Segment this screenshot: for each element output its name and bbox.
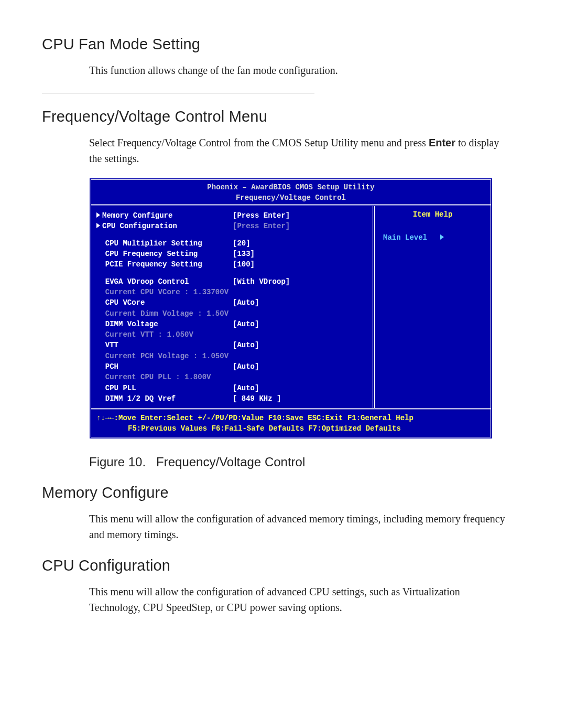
bios-screenshot: Phoenix – AwardBIOS CMOS Setup Utility F… bbox=[89, 178, 524, 439]
bios-row-value: [Press Enter] bbox=[233, 210, 367, 221]
bios-row-label: PCH bbox=[96, 361, 233, 372]
bios-row-label: DIMM 1/2 DQ Vref bbox=[96, 393, 233, 404]
bios-row-value bbox=[233, 287, 367, 297]
bios-row-label: Current CPU VCore : 1.33700V bbox=[96, 287, 233, 297]
triangle-icon bbox=[440, 234, 444, 240]
bios-row: CPU Frequency Setting[133] bbox=[96, 249, 367, 259]
bios-row-value: [Auto] bbox=[233, 361, 367, 372]
bios-row-value bbox=[233, 329, 367, 340]
figure-number: Figure 10. bbox=[89, 455, 146, 469]
figure-title: Frequency/Voltage Control bbox=[156, 455, 305, 469]
bios-row-label: CPU Frequency Setting bbox=[96, 249, 233, 259]
bios-spacer bbox=[96, 270, 367, 276]
bios-help-pane: Item Help Main Level bbox=[373, 206, 491, 408]
bios-row: VTT[Auto] bbox=[96, 340, 367, 350]
bios-row-label: PCIE Frequency Setting bbox=[96, 259, 233, 270]
heading-cpu-fan: CPU Fan Mode Setting bbox=[42, 36, 524, 53]
para-mem-conf: This menu will allow the configuration o… bbox=[89, 511, 508, 542]
bios-row: DIMM 1/2 DQ Vref[ 849 KHz ] bbox=[96, 393, 367, 404]
bios-row: DIMM Voltage[Auto] bbox=[96, 319, 367, 329]
bios-row-value: [ 849 KHz ] bbox=[233, 393, 367, 404]
bios-row: Memory Configure[Press Enter] bbox=[96, 210, 367, 221]
triangle-icon bbox=[96, 212, 100, 218]
bios-row-value bbox=[233, 308, 367, 319]
bios-row-label: Current CPU PLL : 1.800V bbox=[96, 372, 233, 382]
heading-cpu-conf: CPU Configuration bbox=[42, 557, 524, 574]
bios-title-line1: Phoenix – AwardBIOS CMOS Setup Utility bbox=[207, 183, 374, 191]
bios-title-line2: Frequency/Voltage Control bbox=[236, 194, 346, 202]
bios-row-value: [20] bbox=[233, 238, 367, 249]
bios-row-value bbox=[233, 351, 367, 361]
bios-row-label: EVGA VDroop Control bbox=[96, 276, 233, 287]
bios-spacer bbox=[96, 232, 367, 238]
section-divider bbox=[42, 93, 314, 93]
main-level: Main Level bbox=[380, 233, 485, 242]
main-level-text: Main Level bbox=[383, 233, 427, 242]
bios-row-value: [133] bbox=[233, 249, 367, 259]
para-cpu-conf: This menu will allow the configuration o… bbox=[89, 584, 508, 615]
bios-title: Phoenix – AwardBIOS CMOS Setup Utility F… bbox=[91, 180, 491, 204]
bios-row-label: DIMM Voltage bbox=[96, 319, 233, 329]
bios-row: Current VTT : 1.050V bbox=[96, 329, 367, 340]
bios-left-pane: Memory Configure[Press Enter]CPU Configu… bbox=[91, 206, 373, 408]
bios-row: CPU Multiplier Setting[20] bbox=[96, 238, 367, 249]
bios-row-label: CPU Multiplier Setting bbox=[96, 238, 233, 249]
heading-mem-conf: Memory Configure bbox=[42, 484, 524, 501]
bios-row-value: [Press Enter] bbox=[233, 221, 367, 231]
bios-row: CPU Configuration[Press Enter] bbox=[96, 221, 367, 231]
enter-key: Enter bbox=[429, 137, 455, 148]
bios-row-value: [With VDroop] bbox=[233, 276, 367, 287]
bios-row: CPU VCore[Auto] bbox=[96, 297, 367, 308]
bios-footer: ↑↓→←:Move Enter:Select +/-/PU/PD:Value F… bbox=[91, 410, 491, 437]
bios-row: Current CPU VCore : 1.33700V bbox=[96, 287, 367, 297]
bios-row: PCH[Auto] bbox=[96, 361, 367, 372]
bios-row-label: CPU Configuration bbox=[96, 221, 233, 231]
bios-row-label: CPU PLL bbox=[96, 383, 233, 393]
bios-row-label: Current Dimm Voltage : 1.50V bbox=[96, 308, 233, 319]
bios-box: Phoenix – AwardBIOS CMOS Setup Utility F… bbox=[89, 178, 493, 439]
bios-row: CPU PLL[Auto] bbox=[96, 383, 367, 393]
bios-row-label: CPU VCore bbox=[96, 297, 233, 308]
bios-row-label: Memory Configure bbox=[96, 210, 233, 221]
bios-row-label: VTT bbox=[96, 340, 233, 350]
bios-row-value: [Auto] bbox=[233, 340, 367, 350]
heading-freq-menu: Frequency/Voltage Control Menu bbox=[42, 108, 524, 125]
bios-row-value bbox=[233, 372, 367, 382]
footer-line1: ↑↓→←:Move Enter:Select +/-/PU/PD:Value F… bbox=[96, 413, 485, 424]
bios-row: Current PCH Voltage : 1.050V bbox=[96, 351, 367, 361]
bios-row-label: Current VTT : 1.050V bbox=[96, 329, 233, 340]
footer-line2: F5:Previous Values F6:Fail-Safe Defaults… bbox=[96, 424, 485, 434]
bios-row: Current Dimm Voltage : 1.50V bbox=[96, 308, 367, 319]
figure-caption: Figure 10. Frequency/Voltage Control bbox=[89, 455, 524, 469]
bios-row: Current CPU PLL : 1.800V bbox=[96, 372, 367, 382]
bios-body: Memory Configure[Press Enter]CPU Configu… bbox=[91, 204, 491, 410]
bios-row-value: [Auto] bbox=[233, 383, 367, 393]
bios-row: EVGA VDroop Control[With VDroop] bbox=[96, 276, 367, 287]
item-help-label: Item Help bbox=[380, 210, 485, 219]
para-freq-menu: Select Frequency/Voltage Control from th… bbox=[89, 135, 508, 166]
triangle-icon bbox=[96, 223, 100, 228]
bios-row-value: [100] bbox=[233, 259, 367, 270]
bios-row: PCIE Frequency Setting[100] bbox=[96, 259, 367, 270]
para-cpu-fan: This function allows change of the fan m… bbox=[89, 62, 508, 78]
bios-row-label: Current PCH Voltage : 1.050V bbox=[96, 351, 233, 361]
para-frag-1: Select Frequency/Voltage Control from th… bbox=[89, 137, 429, 148]
bios-row-value: [Auto] bbox=[233, 297, 367, 308]
bios-row-value: [Auto] bbox=[233, 319, 367, 329]
